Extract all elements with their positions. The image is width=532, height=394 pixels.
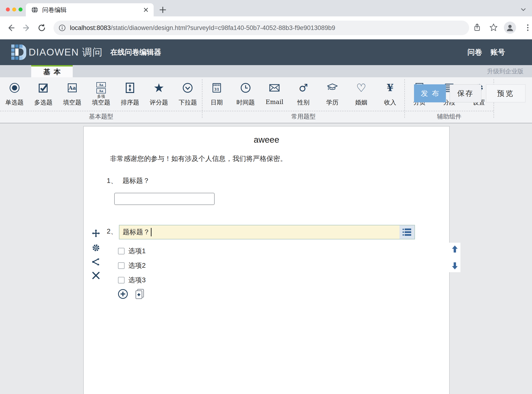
move-up-arrow[interactable] xyxy=(452,245,458,253)
brand-name: DIAOWEN 调问 xyxy=(29,39,103,65)
checkbox-icon xyxy=(39,83,48,93)
section-basic-types: 单选题 多选题 Aa 填空题 Aa Aa 多 xyxy=(0,79,202,112)
tool-multi-fill-blank[interactable]: Aa Aa 多项填空题 xyxy=(87,79,115,107)
survey-title[interactable]: aweee xyxy=(84,135,449,145)
option-list-button[interactable] xyxy=(399,225,415,239)
gender-icon: ♂ xyxy=(299,83,308,93)
address-bar[interactable]: localhost:8083/static/diaowen/design.htm… xyxy=(53,21,469,35)
move-handle-icon[interactable] xyxy=(92,229,100,238)
tab-list-chevron-icon[interactable] xyxy=(520,6,527,13)
question-settings-gear-icon[interactable] xyxy=(92,244,100,252)
move-down-arrow[interactable] xyxy=(452,262,458,270)
tool-marriage[interactable]: ♡ 婚姻 xyxy=(348,79,375,107)
calendar-icon: 31 xyxy=(213,83,221,93)
option-checkbox[interactable] xyxy=(118,277,125,283)
question-1-title-row[interactable]: 1、题标题？ xyxy=(107,176,150,186)
upgrade-link[interactable]: 升级到企业版 xyxy=(487,65,524,77)
editor-text: 题标题？ xyxy=(123,228,150,237)
new-tab-button[interactable] xyxy=(159,6,167,14)
back-button[interactable] xyxy=(7,24,15,32)
toolbar-caption-divider xyxy=(0,111,494,111)
delete-question-icon[interactable] xyxy=(92,271,100,280)
nav-account[interactable]: 账号 xyxy=(490,47,505,57)
option-checkbox[interactable] xyxy=(118,248,125,254)
question-toolbar: 单选题 多选题 Aa 填空题 Aa Aa 多 xyxy=(0,77,532,124)
toolbar-divider xyxy=(202,79,202,118)
ribbon-tab-strip: 基本 升级到企业版 xyxy=(0,65,532,77)
option-row-3: 选项3 xyxy=(118,276,146,284)
sort-icon xyxy=(126,83,134,93)
marriage-heart-icon: ♡ xyxy=(356,82,366,93)
traffic-light-zoom-button[interactable] xyxy=(19,7,22,11)
nav-survey[interactable]: 问卷 xyxy=(468,47,482,57)
tool-sort[interactable]: 排序题 xyxy=(116,79,144,107)
app-header: DIAOWEN 调问 在线问卷编辑器 问卷 账号 xyxy=(0,39,532,65)
tool-gender[interactable]: ♂ 性别 xyxy=(290,79,317,107)
question-title: 题标题？ xyxy=(122,177,150,184)
site-info-icon[interactable] xyxy=(59,24,66,31)
tab-title: 问卷编辑 xyxy=(42,6,67,14)
tool-email[interactable]: Email xyxy=(261,79,288,105)
share-button[interactable] xyxy=(473,23,481,32)
radio-icon xyxy=(10,83,20,93)
section-common-types: 31 日期 时间题 Email xyxy=(202,79,405,112)
tool-single-choice[interactable]: 单选题 xyxy=(1,79,28,107)
header-nav: 问卷 账号 xyxy=(468,39,505,65)
browser-menu-icon[interactable] xyxy=(524,23,532,32)
tab-close-icon[interactable] xyxy=(143,7,149,12)
option-row-1: 选项1 xyxy=(118,247,146,255)
preview-button[interactable]: 预览 xyxy=(486,84,525,102)
forward-button[interactable] xyxy=(22,24,31,32)
tool-date[interactable]: 31 日期 xyxy=(203,79,230,107)
caption-aux-components: 辅助组件 xyxy=(405,112,494,121)
tab-basic[interactable]: 基本 xyxy=(31,65,73,77)
question-reorder-box xyxy=(449,243,460,272)
option-checkbox[interactable] xyxy=(118,262,125,269)
url-path: /static/diaowen/design.html?surveyId=c98… xyxy=(111,24,335,31)
tool-fill-blank[interactable]: Aa 填空题 xyxy=(59,79,86,107)
reload-button[interactable] xyxy=(37,24,46,32)
save-button[interactable]: 保存 xyxy=(450,84,481,102)
survey-welcome-text[interactable]: 非常感谢您的参与！如有涉及个人信息，我们将严格保密。 xyxy=(110,154,287,164)
batch-add-options-icon[interactable] xyxy=(134,289,145,299)
tool-income[interactable]: ¥ 收入 xyxy=(377,79,404,107)
bookmark-star-icon[interactable] xyxy=(489,23,498,32)
dropdown-icon xyxy=(182,83,193,93)
caption-common-types: 常用题型 xyxy=(202,112,405,121)
clock-icon xyxy=(240,83,251,93)
fill-blank-icon: Aa xyxy=(68,83,77,92)
publish-button[interactable]: 发布 xyxy=(414,84,446,102)
survey-panel: aweee 非常感谢您的参与！如有涉及个人信息，我们将严格保密。 1、题标题？ xyxy=(83,126,450,394)
tool-education[interactable]: 学历 xyxy=(319,79,346,107)
question-number: 1、 xyxy=(107,177,117,184)
option-row-2: 选项2 xyxy=(118,261,146,270)
text-caret xyxy=(151,228,152,236)
url-host: localhost:8083 xyxy=(70,24,111,31)
question-1-answer-input[interactable] xyxy=(114,193,215,205)
email-icon xyxy=(269,83,280,93)
tool-dropdown[interactable]: 下拉题 xyxy=(174,79,201,107)
favicon-globe-icon xyxy=(32,7,38,13)
tool-time[interactable]: 时间题 xyxy=(232,79,259,107)
option-label: 选项2 xyxy=(128,261,146,270)
profile-avatar[interactable] xyxy=(504,21,516,34)
education-icon xyxy=(327,83,338,93)
add-option-icon[interactable] xyxy=(117,289,128,299)
tool-rating[interactable]: ★ 评分题 xyxy=(145,79,172,107)
design-canvas: aweee 非常感谢您的参与！如有涉及个人信息，我们将严格保密。 1、题标题？ xyxy=(0,124,532,394)
option-label: 选项1 xyxy=(128,246,146,256)
income-yen-icon: ¥ xyxy=(387,83,394,93)
multi-fill-blank-icon: Aa Aa xyxy=(96,82,106,93)
browser-tab[interactable]: 问卷编辑 xyxy=(26,3,154,16)
question-title-editor[interactable]: 题标题？ xyxy=(119,225,400,239)
bulleted-list-icon xyxy=(402,228,412,237)
star-icon: ★ xyxy=(153,82,165,94)
toolbar-divider xyxy=(404,79,405,118)
browser-toolbar: localhost:8083/static/diaowen/design.htm… xyxy=(0,16,532,40)
browser-window: 问卷编辑 localhost:808 xyxy=(0,0,532,394)
logic-share-icon[interactable] xyxy=(92,258,100,266)
tool-multi-choice[interactable]: 多选题 xyxy=(30,79,57,107)
traffic-light-minimize-button[interactable] xyxy=(12,7,16,11)
person-icon xyxy=(506,24,514,32)
traffic-light-close-button[interactable] xyxy=(6,7,10,11)
